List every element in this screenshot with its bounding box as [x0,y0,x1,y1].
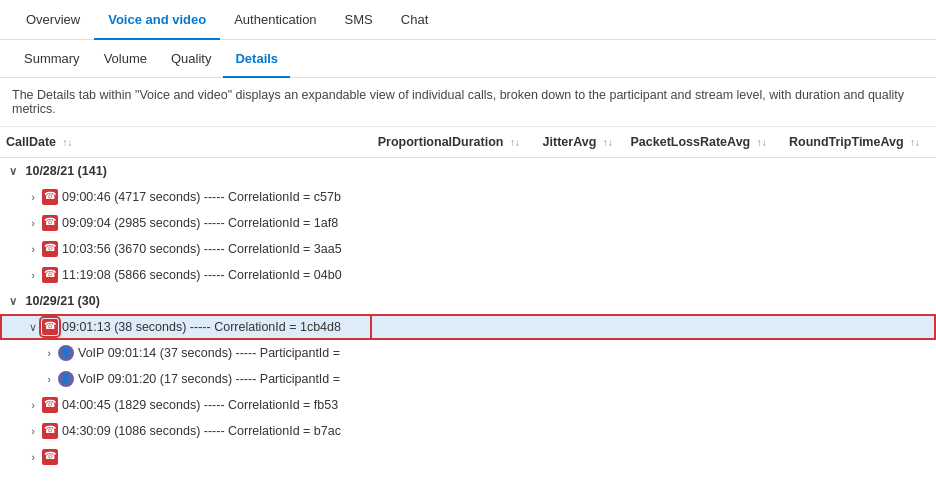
row-r7-jitter-avg [537,418,625,444]
row-r3-proportional-duration [372,236,537,262]
row-partial-jitter-avg [537,444,625,470]
col-proportional-duration-sort-icon[interactable]: ↑↓ [510,137,520,148]
call-icon-r4 [42,267,58,283]
group-1028-label: 10/28/21 (141) [25,164,106,178]
call-icon-r7 [42,423,58,439]
row-r1-rtt [783,184,936,210]
tab-chat[interactable]: Chat [387,0,442,40]
row-r2-packet-loss [625,210,783,236]
col-round-trip-time-avg-label: RoundTripTimeAvg [789,135,904,149]
row-r7-packet-loss [625,418,783,444]
col-calldate-sort-icon[interactable]: ↑↓ [63,137,73,148]
row-r1-proportional-duration [372,184,537,210]
page-description: The Details tab within "Voice and video"… [0,78,936,127]
tab-authentication[interactable]: Authentication [220,0,330,40]
table-row[interactable]: › 09:09:04 (2985 seconds) ----- Correlat… [0,210,936,236]
row-r2-text: 09:09:04 (2985 seconds) ----- Correlatio… [62,216,338,230]
subtab-quality-label: Quality [171,51,211,66]
col-round-trip-time-avg[interactable]: RoundTripTimeAvg ↑↓ [783,127,936,158]
person-icon-r5-1 [58,345,74,361]
person-icon-r5-2 [58,371,74,387]
table-row[interactable]: › 04:00:45 (1829 seconds) ----- Correlat… [0,392,936,418]
row-r6-jitter-avg [537,392,625,418]
row-r2-chevron[interactable]: › [26,217,40,229]
col-packet-loss-rate-avg-sort-icon[interactable]: ↑↓ [757,137,767,148]
subtab-quality[interactable]: Quality [159,40,223,78]
col-packet-loss-rate-avg[interactable]: PacketLossRateAvg ↑↓ [625,127,783,158]
group-1029-label: 10/29/21 (30) [25,294,99,308]
row-r6-packet-loss [625,392,783,418]
row-r5-chevron[interactable]: ∨ [26,321,40,334]
row-r5-1-jitter-avg [537,340,625,366]
tab-voice-and-video-label: Voice and video [108,12,206,27]
col-jitter-avg[interactable]: JitterAvg ↑↓ [537,127,625,158]
subtab-details[interactable]: Details [223,40,290,78]
col-round-trip-time-avg-sort-icon[interactable]: ↑↓ [910,137,920,148]
row-r3-jitter-avg [537,236,625,262]
top-navigation: Overview Voice and video Authentication … [0,0,936,40]
row-r5-2-proportional-duration [372,366,537,392]
row-r5-2-text: VoIP 09:01:20 (17 seconds) ----- Partici… [78,372,340,386]
group-1029-chevron[interactable]: ∨ [6,295,20,308]
subtab-summary[interactable]: Summary [12,40,92,78]
tab-authentication-label: Authentication [234,12,316,27]
table-row-partial[interactable]: › [0,444,936,470]
group-row-1029[interactable]: ∨ 10/29/21 (30) [0,288,936,314]
table-row[interactable]: › VoIP 09:01:14 (37 seconds) ----- Parti… [0,340,936,366]
col-proportional-duration[interactable]: ProportionalDuration ↑↓ [372,127,537,158]
table-body: ∨ 10/28/21 (141) › 09:00:46 (4717 second… [0,158,936,471]
tab-voice-and-video[interactable]: Voice and video [94,0,220,40]
call-icon-r1 [42,189,58,205]
row-r5-2-chevron[interactable]: › [42,373,56,385]
row-r7-chevron[interactable]: › [26,425,40,437]
col-jitter-avg-label: JitterAvg [543,135,597,149]
description-text: The Details tab within "Voice and video"… [12,88,904,116]
row-r3-chevron[interactable]: › [26,243,40,255]
tab-sms[interactable]: SMS [331,0,387,40]
row-partial-chevron[interactable]: › [26,451,40,463]
tab-overview-label: Overview [26,12,80,27]
row-r4-rtt [783,262,936,288]
row-r1-jitter-avg [537,184,625,210]
group-1028-chevron[interactable]: ∨ [6,165,20,178]
call-icon-r5 [42,319,58,335]
tab-chat-label: Chat [401,12,428,27]
table-row-selected[interactable]: ∨ 09:01:13 (38 seconds) ----- Correlatio… [0,314,936,340]
row-r3-rtt [783,236,936,262]
call-icon-r6 [42,397,58,413]
row-r1-packet-loss [625,184,783,210]
table-row[interactable]: › 11:19:08 (5866 seconds) ----- Correlat… [0,262,936,288]
row-r4-chevron[interactable]: › [26,269,40,281]
row-r3-packet-loss [625,236,783,262]
row-r1-text: 09:00:46 (4717 seconds) ----- Correlatio… [62,190,341,204]
row-r1-chevron[interactable]: › [26,191,40,203]
table-row[interactable]: › 09:00:46 (4717 seconds) ----- Correlat… [0,184,936,210]
row-r6-text: 04:00:45 (1829 seconds) ----- Correlatio… [62,398,338,412]
row-r3-text: 10:03:56 (3670 seconds) ----- Correlatio… [62,242,342,256]
row-r5-1-chevron[interactable]: › [42,347,56,359]
table-header-row: CallDate ↑↓ ProportionalDuration ↑↓ Jitt… [0,127,936,158]
col-calldate[interactable]: CallDate ↑↓ [0,127,372,158]
row-partial-proportional-duration [372,444,537,470]
row-r5-2-packet-loss [625,366,783,392]
subtab-volume-label: Volume [104,51,147,66]
data-table-container: CallDate ↑↓ ProportionalDuration ↑↓ Jitt… [0,127,936,470]
col-proportional-duration-label: ProportionalDuration [378,135,504,149]
table-row[interactable]: › 10:03:56 (3670 seconds) ----- Correlat… [0,236,936,262]
tab-overview[interactable]: Overview [12,0,94,40]
sub-navigation: Summary Volume Quality Details [0,40,936,78]
table-row[interactable]: › VoIP 09:01:20 (17 seconds) ----- Parti… [0,366,936,392]
col-packet-loss-rate-avg-label: PacketLossRateAvg [631,135,751,149]
col-jitter-avg-sort-icon[interactable]: ↑↓ [603,137,613,148]
row-r4-proportional-duration [372,262,537,288]
subtab-details-label: Details [235,51,278,66]
table-row[interactable]: › 04:30:09 (1086 seconds) ----- Correlat… [0,418,936,444]
call-icon-r3 [42,241,58,257]
group-row-1028[interactable]: ∨ 10/28/21 (141) [0,158,936,185]
row-r6-chevron[interactable]: › [26,399,40,411]
tab-sms-label: SMS [345,12,373,27]
calls-table: CallDate ↑↓ ProportionalDuration ↑↓ Jitt… [0,127,936,470]
row-r5-2-rtt [783,366,936,392]
subtab-volume[interactable]: Volume [92,40,159,78]
row-r5-1-text: VoIP 09:01:14 (37 seconds) ----- Partici… [78,346,340,360]
